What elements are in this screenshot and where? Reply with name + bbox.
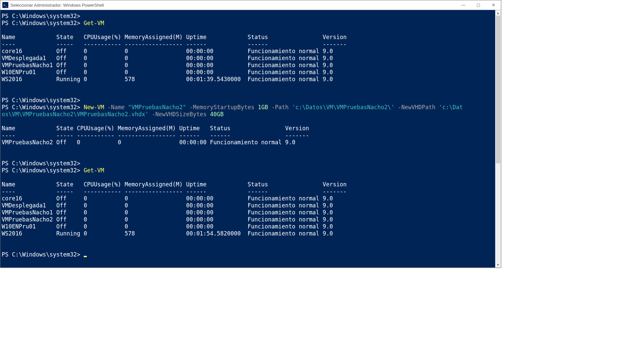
window-title: Seleccionar Administrador: Windows Power… <box>10 3 104 8</box>
minimize-button[interactable]: — <box>456 0 471 10</box>
scrollbar-thumb[interactable] <box>496 16 500 163</box>
scroll-up-icon[interactable]: ▲ <box>495 10 501 16</box>
terminal-area[interactable]: PS C:\Windows\system32> PS C:\Windows\sy… <box>0 10 495 268</box>
scrollbar-track[interactable] <box>495 16 501 262</box>
powershell-icon: >_ <box>2 2 8 8</box>
terminal-output[interactable]: PS C:\Windows\system32> PS C:\Windows\sy… <box>2 13 494 258</box>
maximize-button[interactable]: ▢ <box>471 0 486 10</box>
powershell-window: >_ Seleccionar Administrador: Windows Po… <box>0 0 501 268</box>
vertical-scrollbar[interactable]: ▲ ▼ <box>495 10 501 268</box>
close-button[interactable]: ✕ <box>486 0 501 10</box>
window-controls: — ▢ ✕ <box>456 0 501 10</box>
scroll-down-icon[interactable]: ▼ <box>495 262 501 268</box>
titlebar[interactable]: >_ Seleccionar Administrador: Windows Po… <box>0 0 501 10</box>
